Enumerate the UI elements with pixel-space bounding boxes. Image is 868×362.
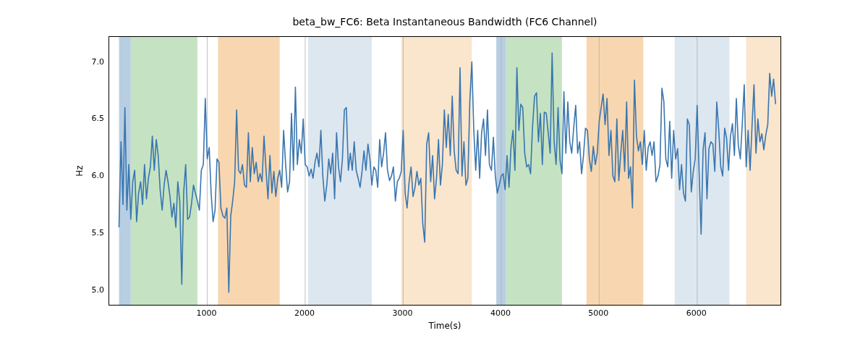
- span-band: [506, 37, 562, 305]
- y-tick-label: 6.5: [75, 114, 104, 123]
- plot-svg: [109, 37, 780, 305]
- x-axis-label: Time(s): [109, 321, 781, 331]
- x-tick-label: 6000: [686, 308, 707, 318]
- y-tick-label: 5.5: [75, 227, 104, 237]
- x-tick-label: 1000: [196, 308, 216, 318]
- y-tick-label: 6.0: [75, 171, 104, 180]
- plot-area: [109, 36, 781, 306]
- x-tick-label: 5000: [588, 308, 608, 318]
- y-tick-label: 5.0: [75, 285, 104, 294]
- span-band: [746, 37, 780, 305]
- span-band: [131, 37, 197, 305]
- x-tick-label: 3000: [392, 308, 412, 318]
- x-tick-label: 4000: [490, 308, 511, 318]
- chart-figure: beta_bw_FC6: Beta Instantaneous Bandwidt…: [0, 0, 868, 362]
- chart-title: beta_bw_FC6: Beta Instantaneous Bandwidt…: [109, 16, 781, 28]
- y-tick-label: 7.0: [75, 56, 104, 66]
- x-tick-label: 2000: [294, 308, 315, 318]
